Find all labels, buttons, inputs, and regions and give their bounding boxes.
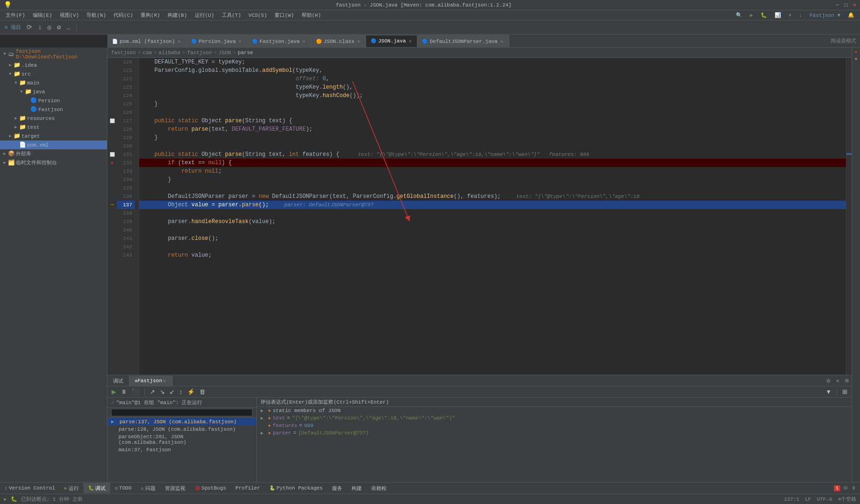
debug-btn[interactable]: 🐛 [757,10,771,21]
var-parser[interactable]: ▶ ● parser = {DefaultJSONParser@757} [257,429,852,437]
bottom-tab-vc[interactable]: ↕ Version Control [0,483,60,493]
run-btn[interactable]: ▶ [746,10,757,21]
menu-view[interactable]: 视图(V) [56,10,83,21]
debug-tab-fastjson-close[interactable]: ✕ [162,378,167,384]
menu-edit[interactable]: 编辑(E) [29,10,56,21]
tree-item-fastjson[interactable]: ▼ 🗂 fastjson D:\Download\fastjson [0,48,107,61]
menu-build[interactable]: 构建(B) [164,10,191,21]
tab-defaultparser[interactable]: 🔵 DefaultJSONParser.java ✕ [417,35,509,47]
power-save[interactable]: ⚡ [785,10,796,21]
project-selector[interactable]: Fastjson ▼ [806,10,844,21]
eval-btn[interactable]: ⚡ [186,388,196,396]
maximize-button[interactable]: □ [845,2,848,8]
drop-frame-btn[interactable]: 🗑 [198,388,207,396]
tree-item-idea[interactable]: ▶ 📁 .idea [0,61,107,70]
bottom-tab-debug[interactable]: 🐛 调试 [84,483,110,493]
debug-panel-settings[interactable]: ⚙ [824,377,833,385]
bottom-tab-monitor[interactable]: 资源监视 [160,483,190,493]
breadcrumb-json[interactable]: JSON [219,50,231,56]
layout-btn[interactable]: ⊞ [841,388,849,396]
reader-mode-btn[interactable]: 阅读器模式 [827,37,860,44]
notification-icon[interactable]: 🔔 [844,10,858,21]
bottom-tab-deps[interactable]: 依赖检 [367,483,391,493]
bottom-tab-spotbugs[interactable]: 🐞 SpotBugs [190,483,231,493]
step-into-btn[interactable]: ↘ [158,388,166,396]
tree-item-pomxml[interactable]: 📄 pom.xml [0,140,107,149]
debug-panel-expand[interactable]: ⊞ [842,377,852,385]
tab-jsonclass-close[interactable]: ✕ [356,38,361,45]
frame-item-main37[interactable]: main:37, Fastjson [107,446,256,454]
resume-btn[interactable]: ▶ [110,388,118,396]
bottom-tab-profiler[interactable]: Profiler [231,483,265,493]
step-out-btn[interactable]: ↙ [168,388,176,396]
filter-btn[interactable]: ▼ [824,388,833,396]
tab-jsonjava[interactable]: 🔵 JSON.java ✕ [366,35,417,47]
close-button[interactable]: ✕ [853,2,856,8]
bottom-tab-todo[interactable]: ☑ TODO [110,483,136,493]
tree-item-resources[interactable]: ▶ 📁 resources [0,114,107,123]
menu-tools[interactable]: 工具(T) [218,10,245,21]
menu-code[interactable]: 代码(C) [110,10,137,21]
bottom-tab-run[interactable]: ▶ 运行 [60,483,84,493]
search-everywhere[interactable]: 🔍 [732,10,746,21]
breadcrumb-fastjson[interactable]: fastjson [111,50,136,56]
run-to-cursor-btn[interactable]: ↕ [178,388,184,396]
tree-item-target[interactable]: ▶ 📁 target [0,132,107,140]
tab-persion[interactable]: 🔵 Persion.java ✕ [187,35,247,47]
bottom-tab-problems[interactable]: ⚠ 问题 [136,483,160,493]
tab-pom[interactable]: 📄 pom.xml (fastjson) ✕ [107,35,187,47]
debug-tab-debug[interactable]: 调试 [107,376,129,386]
debug-panel-close[interactable]: ✕ [833,377,842,385]
tab-fastjson[interactable]: 🔵 Fastjson.java ✕ [247,35,311,47]
tab-fastjson-close[interactable]: ✕ [302,38,306,45]
frame-item-parse137[interactable]: ▶ parse:137, JSON (com.alibaba.fastjson) [107,418,256,426]
stop-btn[interactable]: ⬛ [130,388,141,396]
tab-persion-close[interactable]: ✕ [238,38,242,45]
menu-vcs[interactable]: VCS(S) [245,10,271,21]
frame-item-parse128[interactable]: parse:128, JSON (com.alibaba.fastjson) [107,426,256,433]
debug-tab-fastjson[interactable]: ⚙ Fastjson ✕ [129,376,173,386]
menu-refactor[interactable]: 重构(R) [137,10,164,21]
menu-help[interactable]: 帮助(H) [298,10,325,21]
tree-item-src[interactable]: ▼ 📁 src [0,70,107,78]
menu-run[interactable]: 运行(U) [191,10,218,21]
scrollbar-minimap[interactable] [846,58,852,375]
tab-pom-close[interactable]: ✕ [177,38,182,45]
more-btn[interactable]: … [64,23,72,32]
step-over-btn[interactable]: ↗ [148,388,156,396]
tree-item-scratches[interactable]: ▶ 🗂️ 临时文件和控制台 [0,158,107,167]
breadcrumb-alibaba[interactable]: alibaba [159,50,180,56]
frame-item-parseobject[interactable]: parseObject:201, JSON (com.alibaba.fastj… [107,433,256,446]
tab-defaultparser-close[interactable]: ✕ [500,38,504,45]
tree-item-persion[interactable]: 🔵 Persion [0,96,107,105]
bottom-tab-python[interactable]: 🐍 Python Packages [265,483,327,493]
tree-item-extlibs[interactable]: ▶ 📦 外部库 [0,149,107,158]
tree-item-main[interactable]: ▼ 📁 main [0,78,107,87]
settings-btn[interactable]: ⚙ [55,22,63,32]
tab-jsonjava-close[interactable]: ✕ [408,38,412,44]
tree-item-test[interactable]: ▶ 📁 test [0,123,107,132]
sync-btn[interactable]: ⟳ [25,22,34,32]
menu-file[interactable]: 文件(F) [2,10,29,21]
var-text[interactable]: ▶ ● text = "{\"@type\":\"Persion\",\"age… [257,414,852,422]
tab-jsonclass[interactable]: 🟠 JSON.class ✕ [311,35,366,47]
bottom-tab-build[interactable]: 构建 [347,483,367,493]
bottom-tab-services[interactable]: 服务 [327,483,347,493]
minimize-button[interactable]: ─ [836,2,839,8]
var-features[interactable]: ● features = 989 [257,422,852,429]
breadcrumb-parse[interactable]: parse [238,50,253,56]
var-static-members[interactable]: ▶ ● static members of JSON [257,407,852,414]
breadcrumb-com[interactable]: com [142,50,152,56]
breadcrumb-fastjson2[interactable]: fastjson [187,50,212,56]
profile-btn[interactable]: 📊 [771,10,785,21]
collapse-all-btn[interactable]: ↕ [36,23,43,32]
frame-filter-input[interactable] [111,409,253,416]
locate-btn[interactable]: ◎ [46,22,53,32]
menu-window[interactable]: 窗口(W) [271,10,298,21]
menu-navigate[interactable]: 导航(N) [83,10,110,21]
breakpoint-132[interactable]: ● [111,161,113,166]
tree-item-fastjsonclass[interactable]: 🔵 Fastjson [0,105,107,114]
pause-btn[interactable]: ⏸ [120,388,128,396]
git-update[interactable]: ↓ [795,10,806,21]
tree-item-java[interactable]: ▼ 📁 java [0,87,107,96]
